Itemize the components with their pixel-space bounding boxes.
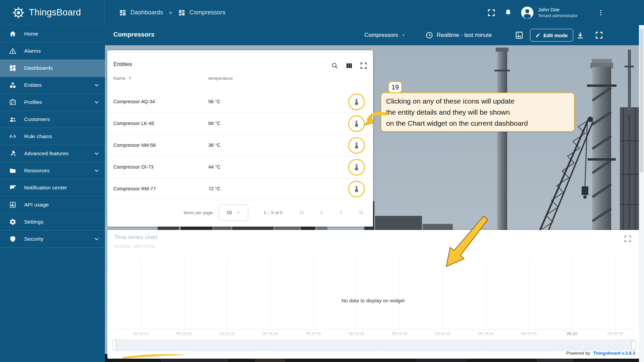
datazoom-right-handle[interactable] <box>632 340 636 350</box>
sidebar-item-resources[interactable]: Resources <box>0 162 105 179</box>
breadcrumb-dashboards[interactable]: Dashboards <box>130 9 163 16</box>
chevron-down-icon <box>93 235 100 243</box>
sidebar-item-api-usage[interactable]: API usage <box>0 196 105 214</box>
page-scrollbar[interactable] <box>639 25 644 362</box>
chevron-down-icon <box>93 167 100 174</box>
user-avatar[interactable] <box>521 6 534 19</box>
sidebar-item-notification-center[interactable]: Notification center <box>0 179 105 196</box>
next-page-button[interactable] <box>337 209 345 216</box>
entities-icon <box>9 81 16 89</box>
columns-display-icon[interactable] <box>345 62 353 70</box>
thermometer-action-button[interactable] <box>348 115 365 132</box>
fullscreen-icon[interactable] <box>487 8 496 17</box>
scrollbar-thumb[interactable] <box>640 28 643 173</box>
sidebar-item-customers[interactable]: Customers <box>0 111 105 128</box>
items-per-page-select[interactable]: 10 <box>219 204 248 221</box>
table-row[interactable]: Compressor LK-4568 °C <box>107 113 373 135</box>
sidebar-item-alarms[interactable]: Alarms <box>0 43 105 60</box>
chart-gridline <box>443 258 443 329</box>
settings-icon <box>9 218 16 226</box>
thermometer-icon <box>352 141 361 150</box>
sidebar-item-label: Notification center <box>24 185 100 191</box>
entity-name-cell: Compressor OI-73 <box>113 164 153 170</box>
sidebar-item-label: Customers <box>24 116 100 122</box>
timewindow-button[interactable]: Realtime - last minute <box>425 25 492 45</box>
chart-widget-title: Time series chart <box>114 234 158 241</box>
table-row[interactable]: Compressor NM-5636 °C <box>107 135 373 157</box>
sidebar-item-label: API usage <box>24 202 100 208</box>
app-logo[interactable]: ThingsBoard <box>0 0 105 25</box>
chart-gridline <box>357 258 357 329</box>
temperature-cell: 68 °C <box>208 121 220 126</box>
sidebar-item-entities[interactable]: Entities <box>0 77 105 94</box>
user-info[interactable]: John Doe Tenant administrator <box>538 7 578 18</box>
timewindow-label: Realtime - last minute <box>437 32 492 39</box>
sidebar-item-security[interactable]: Security <box>0 231 105 248</box>
chart-gridline <box>184 258 184 329</box>
brand-name: ThingsBoard <box>29 7 81 18</box>
sidebar-item-home[interactable]: Home <box>0 25 105 43</box>
notifications-bell-icon[interactable] <box>504 8 513 17</box>
sidebar-menu: HomeAlarmsDashboardsEntitiesProfilesCust… <box>0 25 105 248</box>
widget-title-entities: Entities <box>113 61 132 68</box>
entities-table-body: Compressor AQ-3456 °CCompressor LK-4568 … <box>107 91 373 200</box>
time-series-chart-widget: Time series chart Realtime - last minute… <box>107 230 639 359</box>
download-button[interactable] <box>576 31 585 40</box>
thermometer-action-button[interactable] <box>348 159 365 176</box>
sidebar-item-settings[interactable]: Settings <box>0 214 105 231</box>
entities-widget-actions <box>331 62 368 70</box>
sidebar-item-dashboards[interactable]: Dashboards <box>0 60 105 77</box>
table-row[interactable]: Compressor RM-7772 °C <box>107 178 373 200</box>
previous-page-button[interactable] <box>318 209 325 216</box>
sidebar-item-label: Alarms <box>24 48 100 54</box>
chart-widget-subtitle: Realtime - last minute <box>114 244 155 249</box>
callout-text-line: Clicking on any of these icons will upda… <box>386 96 569 107</box>
sidebar-item-label: Rule chains <box>24 133 100 139</box>
breadcrumb-compressors[interactable]: Compressors <box>190 9 225 16</box>
column-header-temperature[interactable]: temperature <box>208 76 233 81</box>
search-icon[interactable] <box>331 62 339 70</box>
edit-mode-button[interactable]: Edit mode <box>530 29 573 42</box>
chart-fullscreen-icon[interactable] <box>624 235 632 243</box>
caret-down-icon <box>401 33 406 37</box>
chart-gridline <box>529 258 529 329</box>
sidebar-item-label: Home <box>24 31 100 37</box>
dashboard-state-label: Compressors <box>364 32 398 39</box>
sidebar-item-profiles[interactable]: Profiles <box>0 94 105 111</box>
top-header: ThingsBoard Dashboards > Compressors Joh… <box>0 0 644 25</box>
table-row[interactable]: Compressor AQ-3456 °C <box>107 91 373 113</box>
x-axis-tick-label: 09:19:15 <box>176 331 192 336</box>
name-column-label: Name <box>113 76 125 81</box>
first-page-button[interactable] <box>299 209 306 216</box>
thermometer-action-button[interactable] <box>348 181 365 197</box>
dashboard-image-button[interactable] <box>515 31 524 40</box>
x-axis-tick-label: 09:20:05 <box>607 331 623 336</box>
widget-fullscreen-icon[interactable] <box>360 62 368 70</box>
x-axis-tick-label: 09:19:50 <box>478 331 494 336</box>
entity-name-cell: Compressor LK-45 <box>113 121 154 126</box>
api-usage-icon <box>9 201 16 208</box>
sidebar-item-label: Profiles <box>24 99 93 105</box>
chart-gridline <box>227 258 227 329</box>
sidebar-item-advanced-features[interactable]: Advanced features <box>0 145 105 162</box>
thermometer-icon <box>352 119 361 128</box>
user-role: Tenant administrator <box>538 13 578 18</box>
thermometer-action-button[interactable] <box>348 137 365 154</box>
version-link[interactable]: Thingsboard v.3.6.3 <box>593 351 635 356</box>
sidebar-item-label: Advanced features <box>24 150 93 157</box>
x-axis-tick-label: 09:19:25 <box>262 331 278 336</box>
chevron-down-icon <box>93 99 100 106</box>
last-page-button[interactable] <box>357 209 364 216</box>
table-row[interactable]: Compressor OI-7344 °C <box>107 157 373 178</box>
datazoom-slider[interactable] <box>114 339 634 351</box>
dashboard-state-selector[interactable]: Compressors <box>364 25 406 45</box>
column-header-name[interactable]: Name <box>113 76 132 81</box>
home-icon <box>9 30 16 38</box>
sidebar-item-rule-chains[interactable]: Rule chains <box>0 128 105 145</box>
x-axis-tick-label: 09:19:10 <box>133 331 149 336</box>
dashboard-fullscreen-button[interactable] <box>595 31 603 40</box>
more-menu-icon[interactable] <box>597 9 604 17</box>
thermometer-action-button[interactable] <box>348 94 365 110</box>
thermometer-icon <box>352 163 361 172</box>
datazoom-left-handle[interactable] <box>112 340 116 350</box>
